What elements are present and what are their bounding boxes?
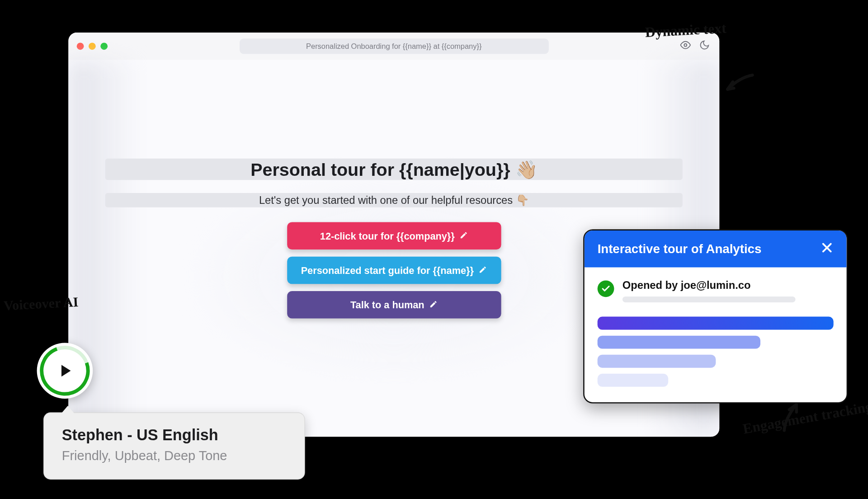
play-icon [55,361,75,381]
subheadline-field[interactable]: Let's get you started with one of our he… [105,193,683,207]
analytics-bars [598,317,834,387]
subheadline-text: Let's get you started with one of our he… [259,193,529,207]
headline-text: Personal tour for {{name|you}} 👋🏼 [250,159,537,179]
check-icon [598,280,614,297]
dark-mode-icon[interactable] [699,40,710,53]
cta-tour-button[interactable]: 12-click tour for {{company}} [287,222,501,250]
address-bar[interactable]: Personalized Onboarding for {{name}} at … [239,38,548,54]
analytics-header: Interactive tour of Analytics [585,231,847,268]
preview-icon[interactable] [680,40,691,53]
svg-point-0 [684,44,687,47]
cta-guide-button[interactable]: Personalized start guide for {{name}} [287,257,501,284]
edit-icon [478,265,486,276]
minimize-window-button[interactable] [89,42,96,50]
cta-tour-label: 12-click tour for {{company}} [320,230,455,241]
bar-3 [598,355,716,368]
analytics-title: Interactive tour of Analytics [598,242,762,256]
window-controls [77,42,108,50]
close-icon[interactable] [821,241,834,257]
maximize-window-button[interactable] [100,42,108,50]
cta-human-button[interactable]: Talk to a human [287,291,501,318]
voiceover-tooltip: Stephen - US English Friendly, Upbeat, D… [43,412,305,480]
titlebar: Personalized Onboarding for {{name}} at … [68,33,719,60]
placeholder-line [623,297,796,302]
headline-field[interactable]: Personal tour for {{name|you}} 👋🏼 [105,159,683,180]
bar-4 [598,374,669,387]
cta-human-label: Talk to a human [350,299,425,311]
close-window-button[interactable] [77,42,84,50]
address-bar-text: Personalized Onboarding for {{name}} at … [306,42,481,50]
annotation-voiceover-ai: Voiceover AI [3,295,79,314]
edit-icon [459,230,467,241]
opened-by-text: Opened by joe@lumin.co [623,279,834,292]
bar-2 [598,336,760,349]
bar-1 [598,317,834,330]
arrow-icon [717,62,760,107]
analytics-card: Interactive tour of Analytics Opened by … [583,229,848,403]
play-voiceover-button[interactable] [37,343,93,399]
cta-guide-label: Personalized start guide for {{name}} [301,265,474,276]
voice-description: Friendly, Upbeat, Deep Tone [62,448,287,463]
voice-name: Stephen - US English [62,426,287,445]
edit-icon [429,299,437,311]
